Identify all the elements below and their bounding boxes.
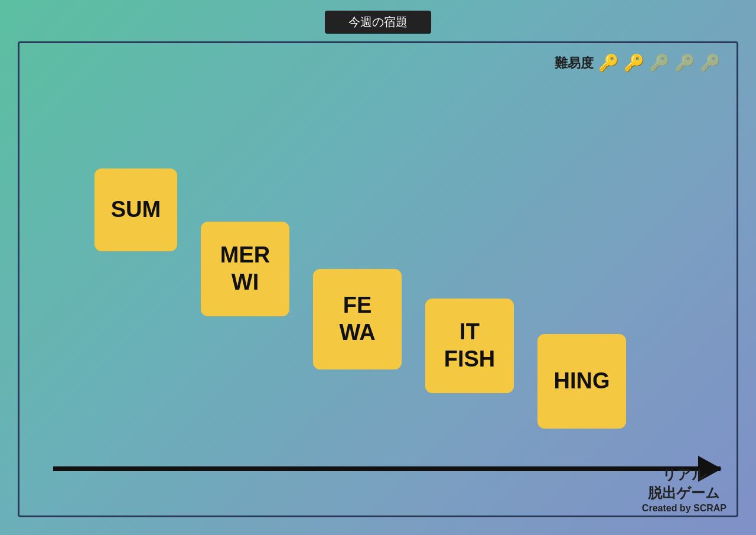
key-icon-1: 🔑	[598, 53, 619, 73]
logo-area: リアル脱出ゲーム Created by SCRAP	[642, 465, 726, 514]
block-1-text: SUM	[111, 196, 161, 223]
timeline-arrow	[53, 466, 721, 471]
block-2: MER WI	[201, 222, 289, 316]
block-3-line2: WA	[339, 319, 375, 346]
key-icon-5: 🔑	[700, 53, 721, 73]
blocks-area: SUM MER WI FE WA IT FISH HING	[35, 71, 721, 440]
block-4-line1: IT	[460, 319, 480, 346]
key-icon-2: 🔑	[624, 53, 644, 73]
key-icon-4: 🔑	[674, 53, 695, 73]
logo-sub: Created by SCRAP	[642, 503, 726, 514]
block-1: SUM	[94, 168, 177, 251]
key-icon-3: 🔑	[649, 53, 670, 73]
block-4-line2: FISH	[444, 346, 496, 373]
block-2-line1: MER	[220, 242, 270, 269]
title-bar: 今週の宿題	[325, 11, 431, 34]
logo-scrap: SCRAP	[693, 503, 726, 513]
block-4: IT FISH	[425, 299, 514, 393]
title-text: 今週の宿題	[348, 15, 408, 28]
difficulty-label: 難易度	[555, 54, 594, 72]
logo-main: リアル脱出ゲーム	[642, 465, 726, 502]
block-5-text: HING	[554, 368, 610, 395]
block-3: FE WA	[313, 269, 402, 369]
logo-created-by: Created by	[642, 503, 693, 513]
block-3-line1: FE	[343, 292, 372, 319]
block-5: HING	[537, 334, 626, 429]
page-wrapper: 今週の宿題 難易度 🔑 🔑 🔑 🔑 🔑 SUM MER WI FE WA IT …	[0, 0, 756, 535]
block-2-line2: WI	[232, 269, 259, 296]
difficulty-area: 難易度 🔑 🔑 🔑 🔑 🔑	[555, 53, 721, 73]
